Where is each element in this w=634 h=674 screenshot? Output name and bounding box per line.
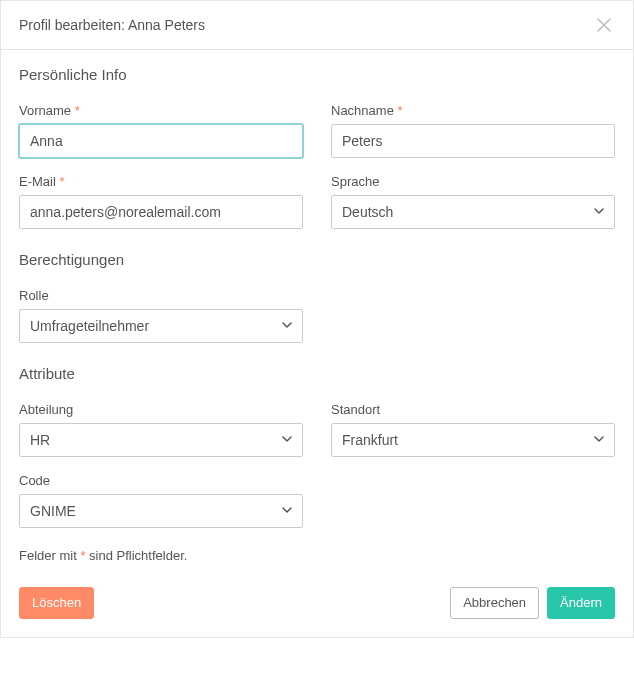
section-personal-title: Persönliche Info	[19, 66, 615, 83]
required-asterisk: *	[398, 103, 403, 118]
edit-profile-modal: Profil bearbeiten: Anna Peters Persönlic…	[0, 0, 634, 638]
code-select[interactable]: GNIME	[19, 494, 303, 528]
field-language: Sprache Deutsch	[331, 174, 615, 229]
department-select[interactable]: HR	[19, 423, 303, 457]
field-code: Code GNIME	[19, 473, 303, 528]
label-department: Abteilung	[19, 402, 303, 417]
language-select[interactable]: Deutsch	[331, 195, 615, 229]
delete-button[interactable]: Löschen	[19, 587, 94, 619]
email-input[interactable]	[19, 195, 303, 229]
section-attributes-title: Attribute	[19, 365, 615, 382]
required-hint: Felder mit * sind Pflichtfelder.	[19, 548, 615, 563]
row-dept-loc: Abteilung HR Standort Frankfurt	[19, 402, 615, 457]
row-name: Vorname * Nachname *	[19, 103, 615, 158]
required-asterisk: *	[59, 174, 64, 189]
label-lastname: Nachname *	[331, 103, 615, 118]
label-email: E-Mail *	[19, 174, 303, 189]
cancel-button[interactable]: Abbrechen	[450, 587, 539, 619]
row-role: Rolle Umfrageteilnehmer	[19, 288, 615, 343]
modal-footer: Löschen Abbrechen Ändern	[1, 575, 633, 637]
field-role: Rolle Umfrageteilnehmer	[19, 288, 303, 343]
save-button[interactable]: Ändern	[547, 587, 615, 619]
field-firstname: Vorname *	[19, 103, 303, 158]
modal-title: Profil bearbeiten: Anna Peters	[19, 17, 205, 33]
modal-header: Profil bearbeiten: Anna Peters	[1, 1, 633, 50]
label-firstname: Vorname *	[19, 103, 303, 118]
field-lastname: Nachname *	[331, 103, 615, 158]
location-select[interactable]: Frankfurt	[331, 423, 615, 457]
row-email-lang: E-Mail * Sprache Deutsch	[19, 174, 615, 229]
label-location: Standort	[331, 402, 615, 417]
required-asterisk: *	[75, 103, 80, 118]
modal-body: Persönliche Info Vorname * Nachname *	[1, 50, 633, 575]
role-select[interactable]: Umfrageteilnehmer	[19, 309, 303, 343]
field-location: Standort Frankfurt	[331, 402, 615, 457]
field-department: Abteilung HR	[19, 402, 303, 457]
label-language: Sprache	[331, 174, 615, 189]
section-permissions-title: Berechtigungen	[19, 251, 615, 268]
firstname-input[interactable]	[19, 124, 303, 158]
close-icon[interactable]	[593, 15, 615, 35]
field-email: E-Mail *	[19, 174, 303, 229]
row-code: Code GNIME	[19, 473, 615, 528]
label-code: Code	[19, 473, 303, 488]
label-role: Rolle	[19, 288, 303, 303]
lastname-input[interactable]	[331, 124, 615, 158]
